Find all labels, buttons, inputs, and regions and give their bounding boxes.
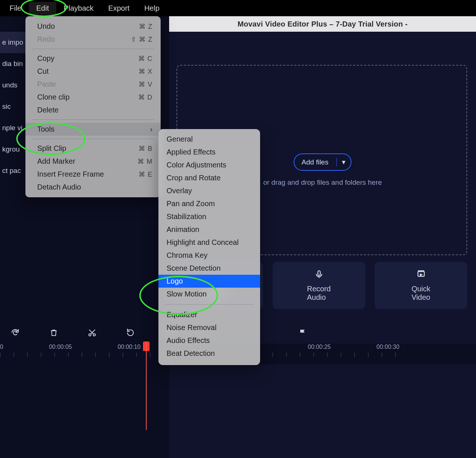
tools-beat-detection[interactable]: Beat Detection [158,347,260,360]
tools-animation[interactable]: Animation [158,223,260,236]
tools-equalizer[interactable]: Equalizer [158,308,260,321]
ruler-label: 00:00:30 [377,344,399,350]
menu-separator [165,304,253,305]
scissors-icon[interactable] [88,328,97,339]
left-sidebar: e impo dia bin unds sic nple vi kgrou ct… [0,32,26,181]
menu-edit[interactable]: Edit [29,2,56,15]
edit-cut[interactable]: Cut⌘ X [25,65,161,78]
quick-video-card[interactable]: QuickVideo [375,262,467,309]
tools-submenu: General Applied Effects Color Adjustment… [158,129,260,365]
menu-separator [32,119,154,120]
menu-export[interactable]: Export [101,2,137,15]
ruler-label: 00:00:05 [49,344,72,350]
edit-split-clip[interactable]: Split Clip⌘ B [25,142,161,155]
edit-menu-dropdown: Undo⌘ Z Redo⇧ ⌘ Z Copy⌘ C Cut⌘ X Paste⌘ … [25,16,161,197]
svg-rect-2 [318,271,320,275]
tools-scene-detection[interactable]: Scene Detection [158,262,260,275]
tools-slow-motion[interactable]: Slow Motion [158,288,260,301]
chevron-right-icon: › [150,125,153,133]
window-title: Movavi Video Editor Plus – 7-Day Trial V… [169,16,476,32]
trash-icon[interactable] [49,328,58,339]
tools-chroma-key[interactable]: Chroma Key [158,249,260,262]
app-menubar: File Edit Playback Export Help [0,0,476,16]
sidebar-item[interactable]: nple vi [0,117,26,139]
tools-audio-effects[interactable]: Audio Effects [158,334,260,347]
tools-applied-effects[interactable]: Applied Effects [158,146,260,159]
sidebar-item[interactable]: sic [0,96,26,117]
menu-separator [32,139,154,139]
ruler-label: 00:00:10 [118,344,140,350]
tools-overlay[interactable]: Overlay [158,184,260,197]
menu-file[interactable]: File [2,2,29,15]
dropzone-hint: or drag and drop files and folders here [263,178,382,187]
tools-color-adjustments[interactable]: Color Adjustments [158,159,260,171]
ruler-label: 00:00:25 [308,344,330,350]
ruler-label: 0 [0,344,3,350]
add-files-button[interactable]: Add files ▾ [294,153,352,171]
edit-paste[interactable]: Paste⌘ V [25,78,161,91]
flag-icon[interactable] [298,328,307,339]
edit-redo[interactable]: Redo⇧ ⌘ Z [25,33,161,46]
record-audio-card[interactable]: RecordAudio [273,262,365,309]
sidebar-item[interactable]: unds [0,74,26,96]
rotate-icon[interactable] [126,328,135,339]
microphone-icon [314,270,324,281]
chevron-down-icon[interactable]: ▾ [336,158,346,166]
menu-playback[interactable]: Playback [56,2,101,15]
edit-add-marker[interactable]: Add Marker⌘ M [25,155,161,168]
tools-noise-removal[interactable]: Noise Removal [158,321,260,334]
sidebar-item[interactable]: kgrou [0,139,26,160]
sidebar-item[interactable]: ct pac [0,160,26,181]
edit-clone-clip[interactable]: Clone clip⌘ D [25,91,161,104]
edit-copy[interactable]: Copy⌘ C [25,52,161,65]
tools-stabilization[interactable]: Stabilization [158,210,260,223]
tools-pan-and-zoom[interactable]: Pan and Zoom [158,197,260,210]
redo-icon[interactable] [10,328,20,339]
add-files-wrap: Add files ▾ [294,153,352,171]
sidebar-item[interactable]: dia bin [0,53,26,74]
tools-crop-and-rotate[interactable]: Crop and Rotate [158,171,260,184]
edit-insert-freeze-frame[interactable]: Insert Freeze Frame⌘ E [25,168,161,181]
screen-icon [416,270,426,281]
action-label: RecordAudio [307,285,330,302]
tools-logo[interactable]: Logo [158,275,260,288]
menu-separator [32,49,154,49]
edit-detach-audio[interactable]: Detach Audio [25,181,161,194]
tools-highlight-and-conceal[interactable]: Highlight and Conceal [158,236,260,249]
sidebar-item[interactable]: e impo [0,32,26,53]
menu-help[interactable]: Help [137,2,167,15]
action-label: QuickVideo [412,285,430,302]
add-files-label: Add files [302,158,329,166]
edit-tools[interactable]: Tools› [25,123,161,136]
tools-general[interactable]: General [158,133,260,146]
timeline-playhead[interactable] [143,341,150,430]
edit-undo[interactable]: Undo⌘ Z [25,20,161,33]
edit-delete[interactable]: Delete [25,104,161,117]
